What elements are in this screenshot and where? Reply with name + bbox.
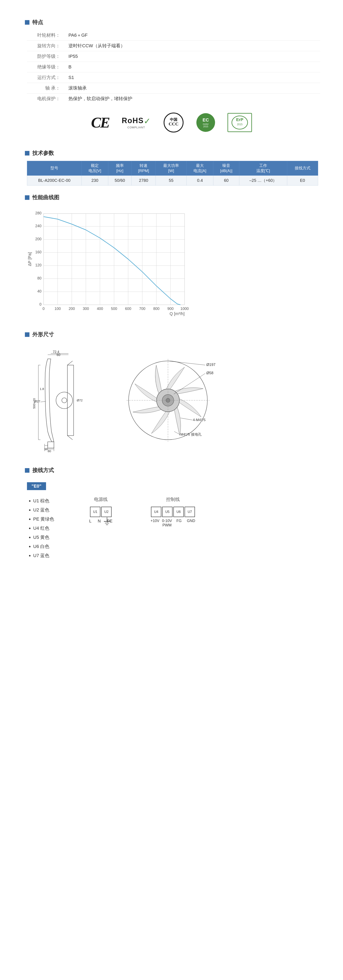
feature-label: 电机保护：: [27, 94, 64, 104]
pin-u4: U4: [151, 507, 161, 517]
feature-row: 旋转方向：逆时针CCW（从转子端看）: [27, 41, 320, 51]
dimensions-container: 72.4 60 Ø27 Ø72 1.8: [27, 342, 318, 458]
side-view-drawing: 72.4 60 Ø27 Ø72 1.8: [27, 348, 97, 452]
power-wire-label: 电源线: [94, 496, 108, 503]
pin-u1: U1: [90, 507, 101, 517]
features-section-header: 特点: [25, 19, 318, 26]
wiring-item: U5 黄色: [33, 533, 69, 542]
erp-leaf-icon: ErP 2015: [231, 115, 248, 130]
tech-title: 技术参数: [32, 150, 54, 157]
ec-circle: EC motor 2015: [196, 113, 215, 132]
svg-line-57: [40, 401, 46, 402]
svg-text:中国: 中国: [170, 118, 177, 122]
feature-label: 绝缘等级：: [27, 62, 64, 72]
svg-text:80: 80: [48, 449, 51, 452]
tech-data-cell: 230: [81, 176, 108, 186]
tech-data-cell: E0: [287, 176, 318, 186]
svg-text:CCC: CCC: [169, 121, 179, 126]
wiring-title: 接线方式: [32, 467, 54, 474]
wiring-container: "E0" U1 棕色U2 蓝色PE 黄绿色U4 红色U5 黄色U6 白色U7 蓝…: [27, 478, 318, 564]
wiring-item: U1 棕色: [33, 496, 69, 506]
erp-cert: ErP 2015: [228, 113, 252, 132]
svg-text:300: 300: [83, 307, 89, 311]
svg-text:600: 600: [125, 307, 131, 311]
svg-text:900: 900: [168, 307, 174, 311]
svg-text:4-M4▽5: 4-M4▽5: [193, 418, 206, 422]
ccc-icon: 中国 CCC: [163, 112, 184, 133]
tech-data-cell: 2780: [131, 176, 156, 186]
svg-text:280: 280: [35, 211, 41, 215]
tech-header-cell: 型号: [27, 161, 82, 176]
svg-text:40: 40: [37, 289, 41, 293]
features-title: 特点: [32, 19, 43, 26]
rohs-cert: RoHS ✓ COMPLIANT: [122, 116, 151, 129]
svg-text:60: 60: [57, 353, 61, 356]
label-gnd: GND: [187, 519, 195, 523]
control-wire-label: 控制线: [166, 496, 180, 503]
svg-text:Ø72: Ø72: [77, 398, 83, 402]
wiring-item: U4 红色: [33, 524, 69, 533]
feature-label: 旋转方向：: [27, 41, 64, 51]
svg-text:200: 200: [69, 307, 75, 311]
tech-data-cell: 55: [156, 176, 187, 186]
feature-row: 轴 承：滚珠轴承: [27, 83, 320, 94]
ec-motor-cert: EC motor 2015: [196, 113, 215, 132]
svg-text:500: 500: [111, 307, 117, 311]
svg-text:400: 400: [97, 307, 103, 311]
erp-mark: ErP 2015: [228, 113, 252, 132]
dimensions-section-header: 外形尺寸: [25, 331, 318, 338]
svg-text:ΔP [Pa]: ΔP [Pa]: [27, 252, 32, 266]
performance-title: 性能曲线图: [32, 194, 59, 201]
feature-label: 防护等级：: [27, 51, 64, 62]
tech-data-cell: 50/60: [108, 176, 132, 186]
wiring-item: U6 白色: [33, 542, 69, 551]
svg-text:80: 80: [37, 276, 41, 280]
pin-u7: U7: [185, 507, 195, 517]
wiring-section-header: 接线方式: [25, 467, 318, 474]
wiring-wire-list: U1 棕色U2 蓝色PE 黄绿色U4 红色U5 黄色U6 白色U7 蓝色: [27, 496, 69, 560]
svg-text:800: 800: [153, 307, 160, 311]
rohs-check-icon: ✓: [144, 116, 151, 126]
certifications-row: CE RoHS ✓ COMPLIANT 中国 CCC EC motor 2015: [25, 104, 318, 141]
tech-header-cell: 接线方式: [287, 161, 318, 176]
feature-value: PA6＋GF: [64, 30, 320, 41]
feature-label: 运行方式：: [27, 72, 64, 83]
wiring-top-row: U1 棕色U2 蓝色PE 黄绿色U4 红色U5 黄色U6 白色U7 蓝色 电源线…: [27, 496, 318, 560]
svg-text:1.8: 1.8: [40, 387, 44, 391]
pin-u2: U2: [101, 507, 112, 517]
svg-text:160: 160: [35, 250, 41, 254]
tech-data-cell: 0.4: [187, 176, 213, 186]
tech-header-cell: 额定电压[V]: [81, 161, 108, 176]
svg-text:Ø58: Ø58: [206, 371, 214, 375]
ground-icon: [103, 517, 111, 528]
ce-mark: CE: [91, 114, 109, 131]
ec-motor-text: motor: [203, 123, 209, 125]
feature-value: 热保护，软启动保护，堵转保护: [64, 94, 320, 104]
wiring-mode-label: "E0": [27, 482, 46, 490]
tech-data-cell: –25 …（+60）: [239, 176, 287, 186]
rohs-text: RoHS: [122, 116, 144, 125]
features-table: 叶轮材料：PA6＋GF旋转方向：逆时针CCW（从转子端看）防护等级：IP55绝缘…: [27, 30, 320, 104]
tech-data-cell: 60: [213, 176, 239, 186]
tech-header-cell: 频率[Hz]: [108, 161, 132, 176]
tech-header-cell: 噪音[dB(A)]: [213, 161, 239, 176]
svg-text:100: 100: [54, 307, 61, 311]
svg-text:0: 0: [43, 307, 45, 311]
svg-rect-72: [48, 442, 54, 448]
svg-text:ErP: ErP: [236, 117, 243, 122]
svg-line-55: [67, 436, 73, 440]
label-pwm2: PWM: [163, 523, 171, 527]
page-container: 特点 叶轮材料：PA6＋GF旋转方向：逆时针CCW（从转子端看）防护等级：IP5…: [0, 0, 343, 573]
blue-square-icon-4: [25, 332, 29, 337]
svg-line-54: [67, 361, 73, 365]
tech-table-wrapper: 型号额定电压[V]频率[Hz]转速[RPM]最大功率[W]最大电流[A]噪音[d…: [27, 161, 318, 186]
feature-label: 轴 承：: [27, 83, 64, 94]
tech-table: 型号额定电压[V]频率[Hz]转速[RPM]最大功率[W]最大电流[A]噪音[d…: [27, 161, 318, 186]
tech-header-cell: 转速[RPM]: [131, 161, 156, 176]
svg-text:2015: 2015: [237, 123, 242, 126]
feature-row: 防护等级：IP55: [27, 51, 320, 62]
blue-square-icon-5: [25, 468, 29, 473]
tech-header-cell: 最大功率[W]: [156, 161, 187, 176]
ce-cert: CE: [91, 114, 109, 131]
svg-point-52: [62, 398, 67, 403]
